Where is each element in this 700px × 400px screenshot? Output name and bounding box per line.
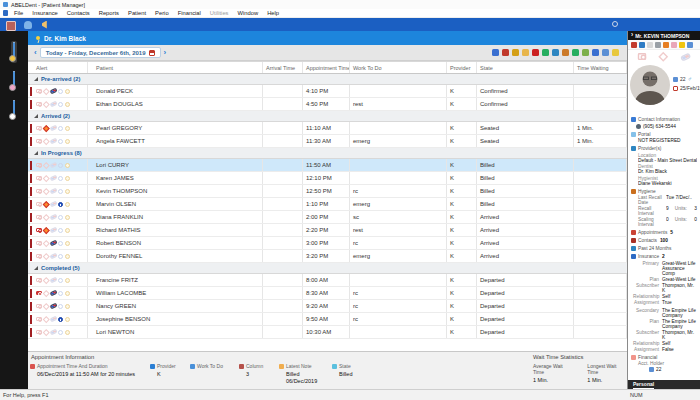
patient-row[interactable]: Francine FRITZ8:00 AMKDeparted: [28, 274, 627, 287]
insurance-row: SubscriberThompson, Mr. K: [633, 283, 697, 293]
report-icon[interactable]: [592, 49, 599, 56]
patient-lookup-icon[interactable]: [24, 21, 32, 29]
phone-number[interactable]: (905) 634-5544: [643, 124, 676, 129]
patient-row[interactable]: Josephine BENSON9:50 AMrcKDeparted: [28, 313, 627, 326]
patient-row[interactable]: William LACOMBE8:30 AMrcKDeparted: [28, 287, 627, 300]
section-header[interactable]: In Progress (8): [28, 148, 627, 159]
insurance-row: RelationshipSelf: [633, 341, 697, 346]
clock-alert-icon: [65, 126, 70, 131]
pill-alert-icon: [49, 214, 57, 220]
camera-icon[interactable]: [562, 49, 569, 56]
provider-bar[interactable]: Dr. Kim Black: [28, 31, 627, 45]
record-icon[interactable]: [532, 49, 539, 56]
col-arrival-time[interactable]: Arrival Time: [263, 62, 303, 73]
patient-row[interactable]: Donald PECK4:10 PMKConfirmed: [28, 85, 627, 98]
gear-icon[interactable]: [612, 21, 618, 27]
announcements-icon[interactable]: [42, 21, 50, 29]
alert-icon[interactable]: [663, 42, 669, 48]
patient-row[interactable]: Lori NEWTON10:30 AMKDeparted: [28, 326, 627, 339]
person-icon[interactable]: [552, 49, 559, 56]
calendar-check-icon[interactable]: [582, 49, 589, 56]
section-header[interactable]: Completed (5): [28, 263, 627, 274]
menu-item-patient[interactable]: Patient: [128, 10, 146, 16]
patient-row[interactable]: Robert BENSON3:00 PMrcKArrived: [28, 237, 627, 250]
patient-row[interactable]: Diana FRANKLIN2:00 PMscKArrived: [28, 211, 627, 224]
section-header[interactable]: Arrived (2): [28, 111, 627, 122]
patient-row[interactable]: Richard MATHIS2:20 PMrestKArrived: [28, 224, 627, 237]
prev-day-button[interactable]: ‹: [34, 49, 37, 57]
rail-notes-view-button[interactable]: [11, 99, 17, 121]
menu-item-help[interactable]: Help: [267, 10, 279, 16]
patient-row[interactable]: Ethan DOUGLAS4:50 PMrestKConfirmed: [28, 98, 627, 111]
menu-item-utilities[interactable]: Utilities: [210, 10, 229, 16]
cell-alert: [34, 237, 88, 249]
add-patient-icon[interactable]: [512, 49, 519, 56]
refresh-icon[interactable]: [492, 49, 499, 56]
medication-icon: [680, 52, 691, 61]
col-appointment-time[interactable]: Appointment Time: [303, 62, 350, 73]
menu-item-contacts[interactable]: Contacts: [67, 10, 90, 16]
grid-icon[interactable]: [687, 42, 693, 48]
field-value: Billed: [339, 371, 352, 377]
clock-alert-icon: [65, 202, 70, 207]
field-label: Latest Note: [286, 363, 312, 369]
col-state[interactable]: State: [477, 62, 574, 73]
filter-icon[interactable]: [502, 49, 509, 56]
col-patient[interactable]: Patient: [88, 62, 263, 73]
date-selector[interactable]: Today - Friday, December 6th, 2019: [40, 47, 161, 58]
patient-row[interactable]: Nancy GREEN9:20 AMrcKDeparted: [28, 300, 627, 313]
patient-quick-icons: [628, 40, 700, 50]
chat-icon[interactable]: [612, 49, 619, 56]
flag-icon[interactable]: [572, 49, 579, 56]
patient-row[interactable]: Kevin THOMPSON12:50 PMrcKBilled: [28, 185, 627, 198]
phone-icon[interactable]: [655, 42, 661, 48]
clock-alert-icon: [65, 304, 70, 309]
menu-item-perio[interactable]: Perio: [155, 10, 169, 16]
calendar-icon[interactable]: [647, 42, 653, 48]
menu-item-file[interactable]: File: [14, 10, 23, 16]
pin-icon: [36, 36, 40, 40]
office-icon[interactable]: [6, 21, 16, 31]
col-time-waiting[interactable]: Time Waiting: [574, 62, 627, 73]
rail-scheduler-view-button[interactable]: [11, 41, 17, 63]
folder-icon[interactable]: [522, 49, 529, 56]
people-icon[interactable]: [602, 49, 609, 56]
patient-row[interactable]: Angela FAWCETT11:30 AMemergKSeated1 Min.: [28, 135, 627, 148]
cell-provider: K: [447, 224, 477, 236]
patient-row[interactable]: Lori CURRY11:50 AMKBilled: [28, 159, 627, 172]
calendar-picker-icon[interactable]: [149, 50, 155, 56]
camera-alert-icon: [36, 241, 42, 246]
cell-provider: K: [447, 172, 477, 184]
insurance-umbrella-icon[interactable]: [639, 42, 645, 48]
collapse-panel-icon[interactable]: ›: [631, 32, 633, 39]
note-icon[interactable]: [679, 42, 685, 48]
section-header[interactable]: Pre-arrived (2): [28, 74, 627, 85]
rail-patient-view-button[interactable]: [11, 70, 17, 92]
patient-row[interactable]: Marvin OLSEN1:10 PMemergKBilled: [28, 198, 627, 211]
contacts-section-title[interactable]: Contacts: [638, 238, 657, 243]
past24-section-title[interactable]: Past 24 Months: [638, 246, 671, 251]
col-provider[interactable]: Provider: [447, 62, 477, 73]
appointments-section-title[interactable]: Appointments: [638, 230, 667, 235]
menu-item-reports[interactable]: Reports: [99, 10, 119, 16]
menu-item-financial[interactable]: Financial: [178, 10, 201, 16]
col-work-to-do[interactable]: Work To Do: [350, 62, 447, 73]
patient-row[interactable]: Karen JAMES12:10 PMKBilled: [28, 172, 627, 185]
vitals-icon[interactable]: [542, 49, 549, 56]
gem-icon[interactable]: [671, 42, 677, 48]
col-alert[interactable]: Alert: [34, 62, 88, 73]
patient-row[interactable]: Pearl GREGORY11:10 AMKSeated1 Min.: [28, 122, 627, 135]
patient-panel-header[interactable]: › Mr. KEVIN THOMPSON: [628, 31, 700, 40]
cell-provider: K: [447, 313, 477, 325]
next-day-button[interactable]: ›: [164, 49, 167, 57]
financial-section-title[interactable]: Financial: [638, 355, 657, 360]
cell-patient: Francine FRITZ: [88, 274, 263, 286]
menu-item-window[interactable]: Window: [238, 10, 259, 16]
patient-row[interactable]: Dorothy FENNEL3:20 PMemergKArrived: [28, 250, 627, 263]
schedule-table-header: AlertPatientArrival TimeAppointment Time…: [28, 61, 627, 74]
home-icon[interactable]: [631, 42, 637, 48]
menu-item-insurance[interactable]: Insurance: [32, 10, 57, 16]
average-wait-block: Average Wait Time 1 Min.: [533, 363, 573, 383]
cell-work-to-do: emerg: [350, 135, 447, 147]
insurance-section-title[interactable]: Insurance: [638, 254, 659, 259]
